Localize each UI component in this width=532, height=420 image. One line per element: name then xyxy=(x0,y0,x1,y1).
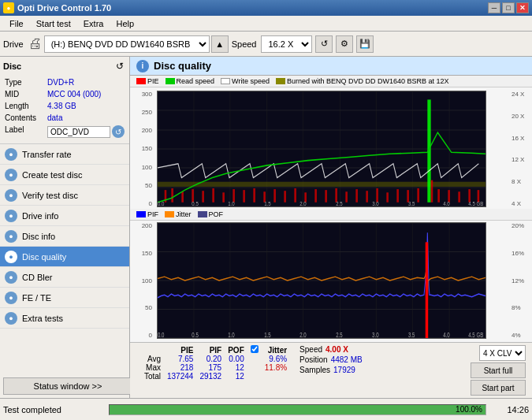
minimize-button[interactable]: ─ xyxy=(488,2,500,13)
disc-type-value: DVD+R xyxy=(47,77,125,87)
disc-label-cell: ↺ xyxy=(47,125,125,139)
nav-label-transfer-rate: Transfer rate xyxy=(22,150,72,159)
nav-icon-disc-quality: ● xyxy=(5,251,17,263)
svg-text:0.5: 0.5 xyxy=(192,200,199,206)
svg-text:1.5: 1.5 xyxy=(264,200,271,206)
svg-text:3.5: 3.5 xyxy=(408,331,415,338)
status-text: Test completed xyxy=(3,405,106,414)
nav-label-cd-bler: CD Bler xyxy=(22,273,53,282)
nav-btn-cd-bler[interactable]: ●CD Bler xyxy=(0,267,129,288)
stats-avg-label: Avg xyxy=(136,355,164,363)
disc-label-icon[interactable]: ↺ xyxy=(112,125,125,138)
stats-col-pie: PIE xyxy=(164,345,196,355)
menu-file[interactable]: File xyxy=(3,17,30,30)
app-icon: ● xyxy=(3,2,14,13)
chart1-wrapper: 300 250 200 150 100 50 0 xyxy=(130,89,532,209)
disc-header: Disc ↺ xyxy=(3,60,126,72)
stats-avg-pie: 7.65 xyxy=(164,355,196,363)
title-bar: ● Opti Drive Control 1.70 ─ □ ✕ xyxy=(0,0,532,16)
start-part-button[interactable]: Start part xyxy=(471,380,526,396)
svg-rect-45 xyxy=(437,189,440,203)
disc-length-label: Length xyxy=(5,101,46,111)
svg-text:3.0: 3.0 xyxy=(372,331,378,338)
svg-rect-47 xyxy=(458,191,460,203)
refresh-button[interactable]: ↺ xyxy=(315,35,333,53)
disc-length-value: 4.38 GB xyxy=(47,101,125,111)
disc-quality-icon: i xyxy=(136,60,149,72)
nav-btn-disc-quality[interactable]: ●Disc quality xyxy=(0,247,129,267)
svg-rect-32 xyxy=(314,189,317,203)
legend-burned-label: Burned with BENQ DVD DD DW1640 BSRB at 1… xyxy=(287,77,449,85)
stats-avg-pof: 0.00 xyxy=(225,355,247,363)
svg-rect-33 xyxy=(325,190,327,203)
stats-header-row: PIE PIF POF Jitter xyxy=(136,345,290,355)
disc-refresh-icon[interactable]: ↺ xyxy=(113,60,126,72)
stats-controls: 4 X CLV Start full Start part xyxy=(471,345,526,396)
stats-avg-jitter-spacer xyxy=(247,355,262,363)
legend-pie-color xyxy=(136,78,146,84)
speed-label: Speed xyxy=(232,39,257,49)
svg-rect-40 xyxy=(396,189,399,203)
chart1: 0.0 0.5 1.0 1.5 2.0 2.5 3.0 3.5 4.0 4.5 … xyxy=(157,91,486,207)
legend-jitter-color xyxy=(165,211,174,217)
stats-col-label xyxy=(136,345,164,355)
progress-text: 100.0% xyxy=(456,405,482,414)
stats-max-jitter: 11.8% xyxy=(262,363,290,372)
nav-label-disc-quality: Disc quality xyxy=(22,252,66,262)
svg-rect-36 xyxy=(355,189,358,203)
nav-btn-drive-info[interactable]: ●Drive info xyxy=(0,206,129,226)
content-area: i Disc quality PIE Read speed Write spee… xyxy=(130,57,532,398)
disc-section: Disc ↺ Type DVD+R MID MCC 004 (000) Leng… xyxy=(0,57,129,144)
speed-select[interactable]: 16.2 X xyxy=(261,35,312,53)
svg-rect-25 xyxy=(243,190,245,203)
legend-pif-label: PIF xyxy=(147,210,158,218)
nav-icon-fe-te: ● xyxy=(5,292,17,304)
nav-btn-transfer-rate[interactable]: ●Transfer rate xyxy=(0,144,129,165)
nav-btn-verify-test-disc[interactable]: ●Verify test disc xyxy=(0,185,129,206)
stats-right-info: Speed 4.00 X Position 4482 MB Samples 17… xyxy=(299,345,363,374)
stats-total-row: Total 137244 29132 12 xyxy=(136,372,290,381)
eject-button[interactable]: ▲ xyxy=(211,35,229,53)
menu-extra[interactable]: Extra xyxy=(77,17,110,30)
chart1-legend: PIE Read speed Write speed Burned with B… xyxy=(130,76,532,87)
legend-pie: PIE xyxy=(136,77,159,85)
nav-btn-create-test-disc[interactable]: ●Create test disc xyxy=(0,165,129,185)
nav-menu: ●Transfer rate●Create test disc●Verify t… xyxy=(0,144,129,329)
disc-length-row: Length 4.38 GB xyxy=(5,101,125,111)
svg-text:0.5: 0.5 xyxy=(192,331,198,338)
nav-btn-disc-info[interactable]: ●Disc info xyxy=(0,226,129,247)
svg-text:3.5: 3.5 xyxy=(408,200,415,206)
nav-icon-disc-info: ● xyxy=(5,230,17,243)
menu-help[interactable]: Help xyxy=(110,17,140,30)
nav-icon-create-test-disc: ● xyxy=(5,169,17,181)
title-bar-controls: ─ □ ✕ xyxy=(488,2,529,13)
start-full-button[interactable]: Start full xyxy=(471,362,526,378)
stats-total-jitter-spacer xyxy=(247,372,262,381)
progress-bar xyxy=(110,405,485,414)
settings-button[interactable]: ⚙ xyxy=(336,35,353,53)
progress-container: 100.0% xyxy=(109,404,486,415)
nav-btn-fe-te[interactable]: ●FE / TE xyxy=(0,288,129,308)
disc-label-input[interactable] xyxy=(47,126,110,138)
close-button[interactable]: ✕ xyxy=(516,2,529,13)
menu-start-test[interactable]: Start test xyxy=(30,17,77,30)
stats-samples-value: 17929 xyxy=(333,366,355,374)
svg-text:2.0: 2.0 xyxy=(299,331,306,338)
stats-max-jitter-spacer xyxy=(247,363,262,372)
stats-section: PIE PIF POF Jitter Avg 7.65 xyxy=(130,342,532,398)
jitter-checkbox[interactable] xyxy=(251,345,259,353)
drive-select[interactable]: (H:) BENQ DVD DD DW1640 BSRB xyxy=(44,35,210,53)
stats-total-pie: 137244 xyxy=(164,372,196,381)
stats-total-label: Total xyxy=(136,372,164,381)
save-button[interactable]: 💾 xyxy=(356,35,374,53)
stats-samples-row: Samples 17929 xyxy=(299,366,363,374)
svg-rect-30 xyxy=(294,188,296,203)
stats-table: PIE PIF POF Jitter Avg 7.65 xyxy=(136,345,290,381)
disc-label-row: Label ↺ xyxy=(5,125,125,139)
nav-icon-cd-bler: ● xyxy=(5,271,17,284)
chart2-y-axis-right: 20% 16% 12% 8% 4% xyxy=(510,221,532,340)
nav-btn-extra-tests[interactable]: ●Extra tests xyxy=(0,308,129,329)
status-window-button[interactable]: Status window >> xyxy=(3,377,132,395)
maximize-button[interactable]: □ xyxy=(502,2,515,13)
clv-select[interactable]: 4 X CLV xyxy=(479,345,526,361)
